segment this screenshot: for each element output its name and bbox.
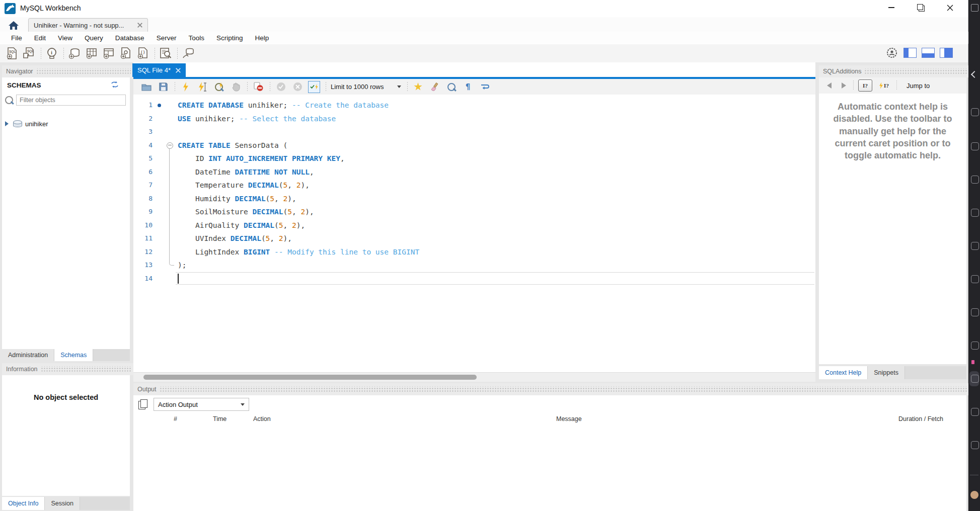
open-sql-script-icon[interactable]: SQL [22, 47, 36, 60]
column-header-time[interactable]: Time [213, 415, 227, 422]
code-line-14[interactable]: 14 [133, 272, 815, 286]
toggle-right-sidebar-button[interactable] [940, 48, 953, 58]
toggle-left-sidebar-button[interactable] [903, 48, 917, 58]
expand-arrow-icon[interactable] [5, 121, 9, 126]
close-tab-icon[interactable] [137, 23, 142, 28]
tab-snippets[interactable]: Snippets [868, 366, 905, 379]
menu-item-scripting[interactable]: Scripting [210, 33, 249, 43]
code-line-2[interactable]: 2USE unihiker; -- Select the database [133, 112, 815, 126]
sql-file-tab[interactable]: SQL File 4* [132, 63, 186, 77]
execute-current-icon[interactable] [196, 81, 208, 93]
toggle-automatic-help-icon[interactable]: I? [877, 80, 890, 91]
refresh-schemas-icon[interactable] [111, 81, 119, 90]
output-type-select[interactable]: Action Output [154, 398, 249, 411]
editor-horizontal-scrollbar[interactable] [133, 372, 815, 382]
menu-item-view[interactable]: View [52, 33, 79, 43]
schema-tree-item-unihiker[interactable]: unihiker [5, 119, 48, 129]
reconnect-dbms-icon[interactable] [181, 47, 195, 60]
create-table-icon[interactable] [85, 47, 98, 60]
create-view-icon[interactable] [102, 47, 115, 60]
code-token: ), [305, 208, 314, 216]
tab-schemas[interactable]: Schemas [54, 349, 93, 361]
toggle-output-area-button[interactable] [922, 48, 935, 58]
code-line-7[interactable]: 7 Temperature DECIMAL(5, 2), [133, 179, 815, 192]
tab-administration[interactable]: Administration [2, 349, 54, 361]
column-header-duration-fetch[interactable]: Duration / Fetch [898, 415, 943, 422]
create-schema-icon[interactable] [67, 47, 81, 60]
menu-item-tools[interactable]: Tools [182, 33, 210, 43]
tab-context-help[interactable]: Context Help [819, 366, 868, 379]
limit-dropdown[interactable]: Limit to 1000 rows [331, 83, 401, 91]
background-app-badge [971, 360, 974, 364]
create-procedure-icon[interactable] [119, 47, 132, 60]
column-header-index[interactable]: # [174, 415, 177, 422]
mysql-workbench-window: MySQL Workbench Unihiker - Warning - not… [0, 0, 968, 511]
column-header-message[interactable]: Message [556, 415, 582, 422]
execute-icon[interactable] [180, 81, 192, 93]
code-token: DECIMAL [235, 195, 266, 203]
filter-row [5, 95, 126, 106]
restore-button[interactable] [909, 0, 932, 15]
code-line-1[interactable]: 1CREATE DATABASE unihiker; -- Create the… [133, 99, 815, 112]
close-sql-tab-icon[interactable] [176, 68, 181, 73]
code-line-8[interactable]: 8 Humidity DECIMAL(5, 2), [133, 192, 815, 206]
tab-session[interactable]: Session [45, 497, 80, 510]
invisibles-icon[interactable]: ¶ [462, 81, 474, 93]
jump-to-label[interactable]: Jump to [907, 82, 930, 90]
filter-objects-input[interactable] [16, 95, 126, 106]
stop-on-error-icon[interactable] [252, 81, 264, 93]
context-help-back-icon[interactable] [827, 82, 832, 89]
code-token: DECIMAL [252, 208, 283, 216]
code-line-10[interactable]: 10 AirQuality DECIMAL(5, 2), [133, 219, 815, 232]
inspector-icon[interactable]: i [45, 47, 58, 60]
code-token: -- Modify this line to use BIGINT [270, 248, 419, 256]
manual-context-help-icon[interactable]: I? [858, 79, 872, 92]
new-query-tab-icon[interactable]: SQL [5, 47, 19, 60]
save-snippet-icon[interactable] [412, 81, 424, 93]
line-number: 12 [133, 245, 153, 259]
column-header-action[interactable]: Action [253, 415, 271, 422]
create-function-icon[interactable]: () [136, 47, 149, 60]
menu-item-help[interactable]: Help [249, 33, 275, 43]
sql-additions-toolbar: I? I? Jump to [819, 77, 966, 94]
code-line-4[interactable]: 4CREATE TABLE SensorData ( [133, 139, 815, 152]
menu-item-file[interactable]: File [5, 33, 28, 43]
connection-tab-unihiker[interactable]: Unihiker - Warning - not supp... [28, 18, 148, 32]
code-line-13[interactable]: 13); [133, 259, 815, 272]
code-line-9[interactable]: 9 SoilMoisture DECIMAL(5, 2), [133, 205, 815, 219]
menu-item-database[interactable]: Database [109, 33, 150, 43]
search-table-data-icon[interactable] [159, 47, 172, 60]
context-help-forward-icon[interactable] [842, 82, 846, 89]
save-icon[interactable] [157, 81, 169, 93]
code-line-5[interactable]: 5 ID INT AUTO_INCREMENT PRIMARY KEY, [133, 152, 815, 165]
open-file-icon[interactable] [140, 81, 153, 93]
code-line-11[interactable]: 11 UVIndex DECIMAL(5, 2), [133, 232, 815, 245]
copy-output-icon[interactable] [138, 399, 147, 409]
minimize-button[interactable] [880, 0, 903, 15]
menu-item-server[interactable]: Server [150, 33, 183, 43]
output-panel: Action Output # Time Action Message Dura… [133, 395, 966, 511]
find-icon[interactable] [445, 81, 458, 93]
fold-toggle-icon[interactable] [167, 142, 173, 149]
menu-item-query[interactable]: Query [79, 33, 109, 43]
explain-icon[interactable] [213, 81, 225, 93]
menu-item-edit[interactable]: Edit [28, 33, 52, 43]
close-button[interactable] [938, 0, 961, 15]
settings-gear-icon[interactable] [885, 46, 898, 59]
code-token: 5 [270, 195, 274, 203]
wrap-text-icon[interactable] [479, 81, 491, 93]
scrollbar-thumb[interactable] [143, 375, 477, 380]
sql-code-area[interactable]: 1CREATE DATABASE unihiker; -- Create the… [133, 95, 815, 375]
home-tab[interactable] [3, 19, 24, 32]
navigator-panel-header: Navigator [2, 65, 134, 77]
code-line-12[interactable]: 12 LightIndex BIGINT -- Modify this line… [133, 245, 815, 259]
background-app-icon [971, 4, 978, 12]
tab-object-info[interactable]: Object Info [2, 497, 45, 510]
autocommit-icon[interactable] [308, 81, 320, 93]
beautify-icon[interactable] [429, 81, 441, 93]
code-line-6[interactable]: 6 DateTime DATETIME NOT NULL, [133, 165, 815, 179]
sql-additions-header-label: SQLAdditions [823, 68, 861, 75]
line-number: 10 [133, 219, 153, 232]
code-line-3[interactable]: 3 [133, 125, 815, 139]
code-token: SoilMoisture [178, 208, 252, 216]
